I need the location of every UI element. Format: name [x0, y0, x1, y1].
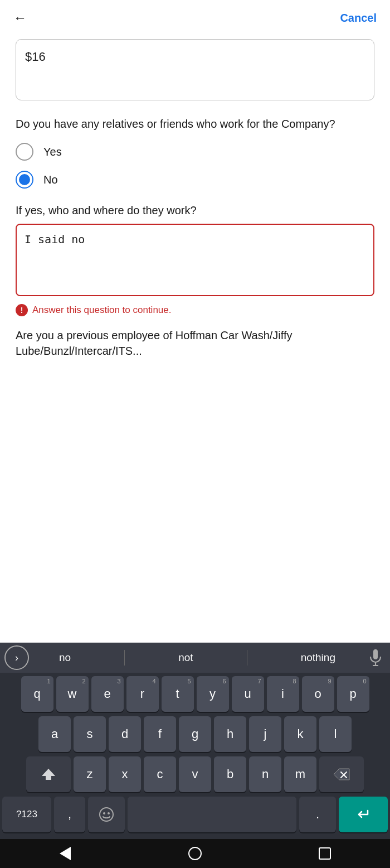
radio-circle-no — [16, 171, 33, 189]
key-h[interactable]: h — [214, 716, 246, 752]
key-g[interactable]: g — [179, 716, 211, 752]
key-t[interactable]: 5 t — [162, 676, 194, 712]
key-n[interactable]: n — [249, 756, 281, 792]
text-area-container: I said no — [16, 224, 374, 298]
comma-key[interactable]: , — [54, 797, 85, 832]
key-num-1: 1 — [47, 678, 50, 684]
space-key[interactable] — [128, 797, 296, 832]
nav-home-button[interactable] — [184, 842, 206, 865]
suggestion-nothing[interactable]: nothing — [294, 649, 342, 666]
keyboard: › no not nothing 1 q 2 — [0, 643, 390, 839]
suggestion-divider-2 — [247, 650, 247, 666]
key-row-2: a s d f g h j k l — [2, 716, 388, 752]
key-v[interactable]: v — [179, 756, 211, 792]
mic-button[interactable] — [365, 648, 386, 668]
svg-point-8 — [108, 812, 110, 814]
radio-label-yes: Yes — [43, 146, 62, 158]
svg-rect-0 — [373, 649, 378, 659]
backspace-key[interactable] — [319, 756, 364, 792]
key-m[interactable]: m — [284, 756, 316, 792]
back-button[interactable]: ← — [13, 10, 27, 26]
wage-input[interactable]: $16 — [16, 39, 374, 100]
radio-inner-no — [19, 174, 30, 185]
key-d[interactable]: d — [109, 716, 141, 752]
key-u[interactable]: 7 u — [232, 676, 264, 712]
shift-key[interactable] — [26, 756, 71, 792]
nav-recents-button[interactable] — [314, 842, 336, 865]
svg-marker-3 — [42, 769, 55, 780]
svg-point-7 — [103, 812, 105, 814]
enter-key[interactable] — [339, 797, 388, 832]
home-circle-icon — [188, 847, 202, 860]
key-x[interactable]: x — [109, 756, 141, 792]
radio-option-yes[interactable]: Yes — [16, 143, 374, 161]
radio-option-no[interactable]: No — [16, 171, 374, 189]
key-o[interactable]: 9 o — [302, 676, 334, 712]
question-1-text: Do you have any relatives or friends who… — [16, 116, 374, 132]
chevron-right-icon: › — [15, 652, 18, 664]
key-e[interactable]: 3 e — [91, 676, 124, 712]
key-f[interactable]: f — [144, 716, 176, 752]
suggestion-not[interactable]: not — [172, 649, 199, 666]
top-bar: ← Cancel — [0, 0, 390, 33]
suggestions-bar: › no not nothing — [0, 643, 390, 673]
key-k[interactable]: k — [284, 716, 316, 752]
key-y[interactable]: 6 y — [197, 676, 229, 712]
key-p[interactable]: 0 p — [337, 676, 369, 712]
radio-circle-yes — [16, 143, 33, 161]
key-a[interactable]: a — [38, 716, 71, 752]
answer-textarea[interactable]: I said no — [16, 224, 374, 296]
question-3-text: Are you a previous employee of Hoffman C… — [16, 327, 374, 359]
key-rows: 1 q 2 w 3 e 4 r 5 t 6 y — [0, 673, 390, 839]
period-key[interactable]: . — [299, 797, 336, 832]
suggestion-divider-1 — [124, 650, 125, 666]
suggestions-list: no not nothing — [29, 649, 365, 666]
num-switch-key[interactable]: ?123 — [2, 797, 51, 832]
form-content: $16 Do you have any relatives or friends… — [0, 33, 390, 359]
radio-group-relatives: Yes No — [16, 143, 374, 189]
suggestion-no[interactable]: no — [52, 649, 77, 666]
key-i[interactable]: 8 i — [267, 676, 299, 712]
key-c[interactable]: c — [144, 756, 176, 792]
question-2-text: If yes, who and where do they work? — [16, 204, 374, 217]
cancel-button[interactable]: Cancel — [340, 12, 377, 25]
back-triangle-icon — [60, 847, 71, 860]
radio-label-no: No — [43, 173, 58, 186]
key-r[interactable]: 4 r — [126, 676, 159, 712]
recents-square-icon — [319, 847, 331, 860]
nav-back-button[interactable] — [54, 842, 76, 865]
key-s[interactable]: s — [74, 716, 106, 752]
key-row-3: z x c v b n m — [2, 756, 388, 792]
error-text: Answer this question to continue. — [32, 305, 171, 316]
emoji-key[interactable] — [88, 797, 125, 832]
svg-point-6 — [100, 808, 113, 821]
error-message: ! Answer this question to continue. — [16, 304, 374, 316]
nav-bar — [0, 839, 390, 868]
key-l[interactable]: l — [319, 716, 352, 752]
suggestion-expand-button[interactable]: › — [4, 645, 29, 670]
key-row-1: 1 q 2 w 3 e 4 r 5 t 6 y — [2, 676, 388, 712]
key-q[interactable]: 1 q — [21, 676, 53, 712]
key-row-4: ?123 , . — [2, 797, 388, 832]
key-b[interactable]: b — [214, 756, 246, 792]
key-z[interactable]: z — [74, 756, 106, 792]
key-j[interactable]: j — [249, 716, 281, 752]
error-icon: ! — [16, 304, 28, 316]
key-w[interactable]: 2 w — [56, 676, 89, 712]
